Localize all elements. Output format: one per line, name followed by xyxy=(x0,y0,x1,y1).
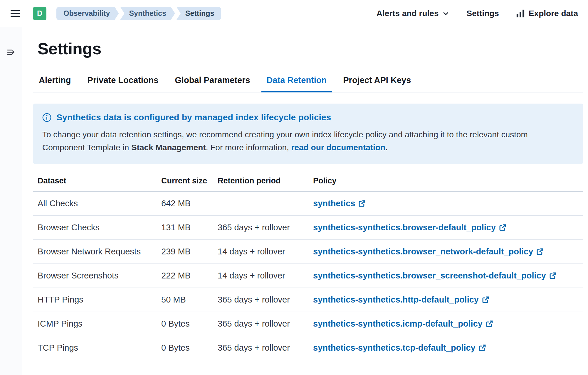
table-header-cell: Retention period xyxy=(218,173,313,192)
tab-project-api-keys[interactable]: Project API Keys xyxy=(337,71,417,92)
info-callout: Synthetics data is configured by managed… xyxy=(33,104,583,164)
collapsed-sidebar xyxy=(0,27,22,375)
external-link-icon xyxy=(549,272,557,279)
policy-link[interactable]: synthetics-synthetics.browser-default_po… xyxy=(313,223,506,232)
tabs: AlertingPrivate LocationsGlobal Paramete… xyxy=(33,71,583,92)
retention-table-body: All Checks 642 MB synthetics Browser Che… xyxy=(33,191,583,360)
retention-cell: 14 days + rollover xyxy=(218,263,313,288)
table-row: ICMP Pings 0 Bytes 365 days + rollover s… xyxy=(33,312,583,336)
info-icon xyxy=(42,113,51,122)
header-actions: Alerts and rules Settings Explore data xyxy=(377,9,578,18)
policy-link[interactable]: synthetics-synthetics.http-default_polic… xyxy=(313,295,489,305)
policy-link[interactable]: synthetics xyxy=(313,199,366,208)
menu-button[interactable] xyxy=(8,6,23,21)
size-cell: 50 MB xyxy=(161,288,218,312)
expand-sidebar-button[interactable] xyxy=(5,46,18,59)
tab-alerting[interactable]: Alerting xyxy=(33,71,77,92)
menu-right-icon xyxy=(7,48,16,57)
policy-link-text: synthetics-synthetics.icmp-default_polic… xyxy=(313,319,483,329)
size-cell: 0 Bytes xyxy=(161,336,218,360)
size-cell: 222 MB xyxy=(161,263,218,288)
callout-header: Synthetics data is configured by managed… xyxy=(42,112,574,122)
retention-cell: 14 days + rollover xyxy=(218,239,313,263)
tab-global-parameters[interactable]: Global Parameters xyxy=(169,71,256,92)
policy-link-text: synthetics-synthetics.http-default_polic… xyxy=(313,295,479,305)
retention-cell xyxy=(218,191,313,215)
retention-cell: 365 days + rollover xyxy=(218,312,313,336)
external-link-icon xyxy=(536,248,544,255)
table-row: Browser Network Requests 239 MB 14 days … xyxy=(33,239,583,263)
callout-body-text-2: . For more information, xyxy=(206,143,291,152)
breadcrumb-item-settings[interactable]: Settings xyxy=(177,7,221,20)
table-row: Browser Checks 131 MB 365 days + rollove… xyxy=(33,215,583,239)
table-header-cell: Current size xyxy=(161,173,218,192)
external-link-icon xyxy=(479,344,486,352)
policy-link-text: synthetics-synthetics.browser-default_po… xyxy=(313,223,496,232)
tab-data-retention[interactable]: Data Retention xyxy=(261,71,333,92)
explore-data-label: Explore data xyxy=(529,9,578,18)
policy-link[interactable]: synthetics-synthetics.tcp-default_policy xyxy=(313,343,486,353)
settings-link-label: Settings xyxy=(466,9,499,18)
size-cell: 239 MB xyxy=(161,239,218,263)
callout-body: To change your data retention settings, … xyxy=(42,128,539,154)
policy-link[interactable]: synthetics-synthetics.browser_screenshot… xyxy=(313,271,557,281)
callout-body-bold: Stack Management xyxy=(131,143,206,152)
hamburger-icon xyxy=(10,8,21,19)
tab-private-locations[interactable]: Private Locations xyxy=(82,71,164,92)
main-content: Settings AlertingPrivate LocationsGlobal… xyxy=(22,27,588,375)
policy-link-text: synthetics-synthetics.browser_screenshot… xyxy=(313,271,546,281)
retention-cell: 365 days + rollover xyxy=(218,288,313,312)
space-avatar[interactable]: D xyxy=(33,7,46,20)
retention-cell: 365 days + rollover xyxy=(218,215,313,239)
policy-link[interactable]: synthetics-synthetics.browser_network-de… xyxy=(313,247,544,256)
external-link-icon xyxy=(358,200,366,207)
retention-cell: 365 days + rollover xyxy=(218,336,313,360)
data-retention-table: Dataset Current size Retention period Po… xyxy=(33,173,583,360)
policy-link-text: synthetics-synthetics.browser_network-de… xyxy=(313,247,533,256)
size-cell: 642 MB xyxy=(161,191,218,215)
callout-body-text-3: . xyxy=(385,143,388,152)
dataset-cell: All Checks xyxy=(33,191,161,215)
top-header: D ObservabilitySyntheticsSettings Alerts… xyxy=(0,0,588,27)
policy-link[interactable]: synthetics-synthetics.icmp-default_polic… xyxy=(313,319,493,329)
policy-link-text: synthetics-synthetics.tcp-default_policy xyxy=(313,343,476,353)
dataset-cell: Browser Checks xyxy=(33,215,161,239)
external-link-icon xyxy=(486,320,493,327)
external-link-icon xyxy=(499,224,506,231)
table-row: HTTP Pings 50 MB 365 days + rollover syn… xyxy=(33,288,583,312)
policy-link-text: synthetics xyxy=(313,199,355,208)
chevron-down-icon xyxy=(442,10,449,17)
table-row: All Checks 642 MB synthetics xyxy=(33,191,583,215)
dataset-cell: ICMP Pings xyxy=(33,312,161,336)
bar-chart-icon xyxy=(516,9,525,18)
table-header: Dataset Current size Retention period Po… xyxy=(33,173,583,192)
dataset-cell: TCP Pings xyxy=(33,336,161,360)
breadcrumb-item-synthetics[interactable]: Synthetics xyxy=(120,7,175,20)
breadcrumb: ObservabilitySyntheticsSettings xyxy=(56,7,221,20)
lower-layout: Settings AlertingPrivate LocationsGlobal… xyxy=(0,27,588,375)
alerts-and-rules-label: Alerts and rules xyxy=(377,9,439,18)
callout-title: Synthetics data is configured by managed… xyxy=(56,112,331,122)
breadcrumb-item-observability[interactable]: Observability xyxy=(56,7,119,20)
documentation-link[interactable]: read our documentation xyxy=(291,143,385,152)
settings-link[interactable]: Settings xyxy=(466,9,499,18)
table-row: TCP Pings 0 Bytes 365 days + rollover sy… xyxy=(33,336,583,360)
dataset-cell: Browser Screenshots xyxy=(33,263,161,288)
external-link-icon xyxy=(482,296,489,303)
page-title: Settings xyxy=(38,39,583,58)
size-cell: 131 MB xyxy=(161,215,218,239)
table-header-cell: Policy xyxy=(313,173,583,192)
size-cell: 0 Bytes xyxy=(161,312,218,336)
dataset-cell: Browser Network Requests xyxy=(33,239,161,263)
alerts-and-rules-menu[interactable]: Alerts and rules xyxy=(377,9,450,18)
dataset-cell: HTTP Pings xyxy=(33,288,161,312)
table-header-cell: Dataset xyxy=(33,173,161,192)
explore-data-link[interactable]: Explore data xyxy=(516,9,578,18)
table-row: Browser Screenshots 222 MB 14 days + rol… xyxy=(33,263,583,288)
app-root: D ObservabilitySyntheticsSettings Alerts… xyxy=(0,0,588,375)
